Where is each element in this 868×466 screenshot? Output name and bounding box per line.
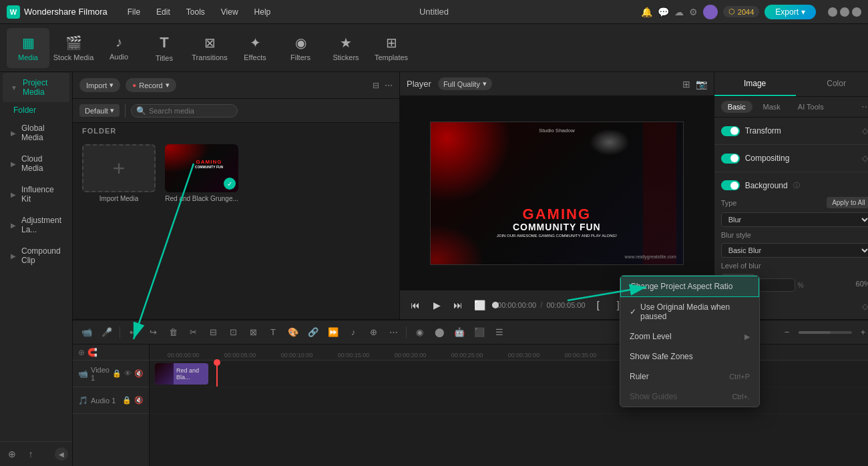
sort-button[interactable]: Default ▾ [79, 104, 120, 117]
zoom-out-button[interactable]: − [779, 324, 796, 341]
minimize-button[interactable]: — [828, 7, 837, 17]
tool-stickers[interactable]: ★ Stickers [324, 28, 367, 68]
tl-marker-button[interactable]: ◉ [411, 324, 428, 341]
tl-pip-button[interactable]: ⬛ [471, 324, 488, 341]
sidebar-folder-label[interactable]: Folder [0, 103, 72, 118]
tl-more-button[interactable]: ⋯ [385, 324, 402, 341]
import-icon[interactable]: ↑ [23, 446, 39, 462]
menu-help[interactable]: Help [248, 5, 278, 19]
playhead-handle[interactable] [214, 359, 220, 366]
ctx-ruler[interactable]: Ruler Ctrl+P [620, 367, 759, 387]
blur-type-select[interactable]: Blur [721, 212, 868, 227]
next-frame-button[interactable]: ⏭ [449, 296, 467, 314]
export-button[interactable]: Export ▾ [765, 5, 816, 19]
video-clip[interactable]: Red and Bla... [155, 363, 208, 385]
tool-templates[interactable]: ⊞ Templates [370, 28, 413, 68]
sub-tab-more-icon[interactable]: ⋯ [861, 101, 868, 112]
tl-link-button[interactable]: 🔗 [304, 324, 322, 341]
apply-to-all-button[interactable]: Apply to All [827, 197, 868, 208]
import-media-thumb[interactable]: + Import Media [82, 144, 156, 202]
filter-icon[interactable]: ⊟ [373, 81, 379, 90]
close-button[interactable]: ✕ [852, 7, 861, 17]
tool-filters[interactable]: ◉ Filters [279, 28, 322, 68]
sub-tab-ai-tools[interactable]: AI Tools [791, 101, 831, 113]
settings-icon[interactable]: ⚙ [689, 7, 698, 17]
tl-crop-button[interactable]: ⊡ [224, 324, 242, 341]
cloud-icon[interactable]: ☁ [674, 7, 684, 17]
tl-record-button[interactable]: ⬤ [431, 324, 448, 341]
tl-undo-button[interactable]: ↩ [124, 324, 142, 341]
prev-frame-button[interactable]: ⏮ [407, 296, 424, 314]
progress-bar[interactable] [492, 304, 493, 306]
notification-icon[interactable]: 🔔 [641, 7, 652, 17]
sidebar-item-global-media[interactable]: ▶ Global Media [3, 118, 69, 148]
background-header[interactable]: Background ⓘ [721, 178, 868, 193]
tl-cut-button[interactable]: ✂ [184, 324, 202, 341]
search-input[interactable] [131, 104, 238, 118]
tl-audio-button[interactable]: ♪ [345, 324, 362, 341]
tool-titles[interactable]: T Titles [143, 28, 186, 68]
sidebar-item-compound-clip[interactable]: ▶ Compound Clip [3, 241, 69, 270]
play-button[interactable]: ▶ [428, 296, 445, 314]
tl-transform-button[interactable]: ⊠ [244, 324, 262, 341]
audio-mute-icon[interactable]: 🔇 [134, 396, 144, 405]
compositing-expand-icon[interactable]: ◇ [860, 153, 868, 164]
fullscreen-button[interactable]: ⬜ [471, 296, 488, 314]
tab-color[interactable]: Color [796, 72, 868, 96]
sidebar-item-project-media[interactable]: ▼ Project Media [3, 73, 69, 102]
tl-overlay-button[interactable]: ☰ [491, 324, 508, 341]
import-button[interactable]: Import ▾ [79, 78, 120, 92]
sidebar-item-influence-kit[interactable]: ▶ Influence Kit [3, 180, 69, 209]
tab-image[interactable]: Image [714, 72, 796, 96]
video-mute-icon[interactable]: 🔇 [134, 369, 144, 378]
ctx-use-original[interactable]: ✓ Use Original Media when paused [620, 297, 759, 326]
more-options-icon[interactable]: ⋯ [385, 81, 393, 90]
chat-icon[interactable]: 💬 [658, 7, 669, 17]
blur-value-input[interactable]: 20.00 [758, 278, 795, 292]
tl-redo-button[interactable]: ↪ [144, 324, 162, 341]
compositing-toggle[interactable] [721, 154, 740, 164]
extra-diamond-1[interactable]: ◇ [860, 301, 868, 312]
tool-transitions[interactable]: ⊠ Transitions [188, 28, 231, 68]
blur-style-select[interactable]: Basic Blur [721, 243, 868, 258]
compositing-header[interactable]: Compositing ◇ [721, 150, 868, 166]
tool-media[interactable]: ▦ Media [7, 28, 49, 68]
transform-header[interactable]: Transform ◇ [721, 123, 868, 139]
transform-toggle[interactable] [721, 126, 740, 136]
menu-file[interactable]: File [121, 5, 147, 19]
tl-text-button[interactable]: T [264, 324, 282, 341]
menu-edit[interactable]: Edit [150, 5, 177, 19]
audio-lock-icon[interactable]: 🔒 [122, 396, 132, 405]
zoom-in-button[interactable]: + [855, 324, 868, 341]
video-eye-icon[interactable]: 👁 [124, 369, 132, 378]
ctx-safe-zones[interactable]: Show Safe Zones [620, 346, 759, 367]
tool-stock-media[interactable]: 🎬 Stock Media [52, 28, 95, 68]
menu-tools[interactable]: Tools [180, 5, 212, 19]
video-media-thumb[interactable]: GAMING COMMUNITY FUN ✓ Red and Black Gru… [165, 144, 238, 202]
record-button[interactable]: ● Record ▾ [126, 78, 176, 92]
background-toggle[interactable] [721, 180, 740, 190]
tl-camera-icon[interactable]: 📹 [78, 324, 95, 341]
menu-view[interactable]: View [214, 5, 245, 19]
tl-color-button[interactable]: 🎨 [284, 324, 302, 341]
quality-select[interactable]: Full Quality ▾ [438, 77, 492, 90]
tool-effects[interactable]: ✦ Effects [234, 28, 276, 68]
ctx-show-guides[interactable]: Show Guides Ctrl+. [620, 387, 759, 407]
video-lock-icon[interactable]: 🔒 [112, 369, 122, 378]
tl-delete-button[interactable]: 🗑 [164, 324, 182, 341]
new-folder-icon[interactable]: ⊕ [4, 446, 20, 462]
zoom-slider[interactable] [799, 331, 852, 334]
snapshot-icon[interactable]: 📷 [696, 79, 707, 89]
in-point-button[interactable]: [ [590, 296, 607, 314]
magnetic-icon[interactable]: ⊕ [78, 348, 85, 357]
snap-icon[interactable]: 🧲 [87, 348, 97, 357]
user-avatar[interactable] [703, 5, 718, 19]
sidebar-item-cloud-media[interactable]: ▶ Cloud Media [3, 149, 69, 178]
tl-ai-button[interactable]: 🤖 [451, 324, 468, 341]
grid-icon[interactable]: ⊞ [682, 79, 690, 89]
transform-expand-icon[interactable]: ◇ [860, 126, 868, 136]
tl-stabilize-button[interactable]: ⊕ [365, 324, 382, 341]
sidebar-item-adjustment-la[interactable]: ▶ Adjustment La... [3, 210, 69, 240]
ctx-zoom-level[interactable]: Zoom Level ▶ [620, 326, 759, 346]
sub-tab-basic[interactable]: Basic [721, 101, 752, 113]
